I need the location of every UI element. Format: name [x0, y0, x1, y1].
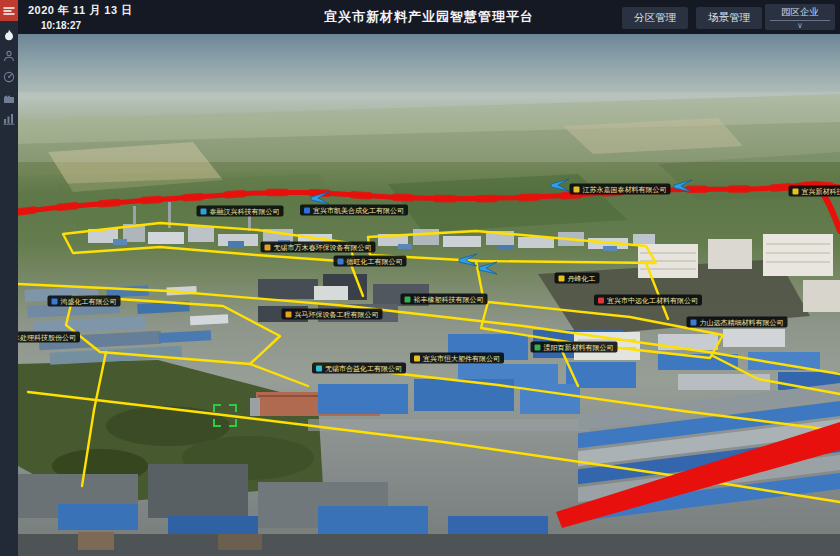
header-buttons: 分区管理 场景管理 — [622, 7, 762, 29]
company-marker-icon — [598, 297, 604, 303]
company-label[interactable]: 泰融汉兴科技有限公司 — [197, 206, 284, 217]
company-label-text: 宜兴市中远化工材料有限公司 — [607, 297, 698, 304]
company-label[interactable]: 宜兴新材科技有限公司 — [789, 186, 840, 197]
company-marker-icon — [265, 244, 271, 250]
company-label-text: 江苏永嘉国泰材料有限公司 — [583, 186, 667, 193]
map-labels: 泰融汉兴科技有限公司宜兴市凯美合成化工有限公司无锡市万木春环保设备有限公司德旺化… — [18, 34, 840, 556]
zone-management-button[interactable]: 分区管理 — [622, 7, 688, 29]
dropdown-label: 园区企业 — [770, 6, 830, 21]
company-label[interactable]: 溧阳百新材料有限公司 — [531, 342, 618, 353]
company-label[interactable]: 无锡市合益化工有限公司 — [312, 363, 406, 374]
scene-management-button[interactable]: 场景管理 — [696, 7, 762, 29]
chevron-down-icon: ∨ — [765, 21, 835, 30]
company-label[interactable]: 力山远杰精细材料有限公司 — [687, 317, 788, 328]
factory-icon[interactable] — [0, 90, 18, 105]
company-label-text: 德旺化工有限公司 — [347, 258, 403, 265]
company-marker-icon — [414, 355, 420, 361]
company-marker-icon — [793, 188, 799, 194]
company-label[interactable]: 宜兴市中远化工材料有限公司 — [594, 295, 702, 306]
company-label[interactable]: 无锡市万木春环保设备有限公司 — [261, 242, 376, 253]
datetime: 2020 年 11 月 13 日 10:18:27 — [28, 3, 133, 31]
top-header: 2020 年 11 月 13 日 10:18:27 宜兴市新材料产业园智慧管理平… — [18, 0, 840, 34]
company-label-text: 无锡市万木春环保设备有限公司 — [274, 244, 372, 251]
page-title: 宜兴市新材料产业园智慧管理平台 — [324, 8, 534, 26]
company-marker-icon — [316, 365, 322, 371]
company-label-text: 宜兴新材科技有限公司 — [802, 188, 840, 195]
company-marker-icon — [574, 186, 580, 192]
company-marker-icon — [286, 311, 292, 317]
company-label-text: 宜兴市凯美合成化工有限公司 — [313, 207, 404, 214]
company-label-text: 力山远杰精细材料有限公司 — [700, 319, 784, 326]
company-label-text: 泰融汉兴科技有限公司 — [210, 208, 280, 215]
company-marker-icon — [405, 296, 411, 302]
current-time: 10:18:27 — [41, 20, 133, 31]
company-label-text: 无锡市合益化工有限公司 — [325, 365, 402, 372]
company-label-text: 裕丰橡塑科技有限公司 — [414, 296, 484, 303]
company-label[interactable]: 鸿盛化工有限公司 — [48, 296, 121, 307]
company-marker-icon — [201, 208, 207, 214]
company-label[interactable]: 汇成国际水处理科技股份公司 — [18, 332, 80, 343]
company-label-text: 汇成国际水处理科技股份公司 — [18, 334, 76, 341]
current-date: 2020 年 11 月 13 日 — [28, 3, 133, 18]
company-marker-icon — [52, 298, 58, 304]
company-label-text: 宜兴市恒大塑件有限公司 — [423, 355, 500, 362]
flame-icon[interactable] — [0, 27, 18, 42]
company-label[interactable]: 江苏永嘉国泰材料有限公司 — [570, 184, 671, 195]
company-marker-icon — [691, 319, 697, 325]
company-marker-icon — [304, 207, 310, 213]
company-label-text: 溧阳百新材料有限公司 — [544, 344, 614, 351]
company-label-text: 兴马环保设备工程有限公司 — [295, 311, 379, 318]
gauge-icon[interactable] — [0, 69, 18, 84]
user-icon[interactable] — [0, 48, 18, 63]
company-label[interactable]: 宜兴市凯美合成化工有限公司 — [300, 205, 408, 216]
smart-park-platform: 2020 年 11 月 13 日 10:18:27 宜兴市新材料产业园智慧管理平… — [0, 0, 840, 556]
company-label-text: 鸿盛化工有限公司 — [61, 298, 117, 305]
map-3d-view[interactable]: 泰融汉兴科技有限公司宜兴市凯美合成化工有限公司无锡市万木春环保设备有限公司德旺化… — [18, 34, 840, 556]
bar-chart-icon[interactable] — [0, 111, 18, 126]
menu-icon[interactable] — [0, 0, 18, 21]
company-label[interactable]: 宜兴市恒大塑件有限公司 — [410, 353, 504, 364]
company-label[interactable]: 兴马环保设备工程有限公司 — [282, 309, 383, 320]
company-label[interactable]: 德旺化工有限公司 — [334, 256, 407, 267]
company-marker-icon — [338, 258, 344, 264]
company-label[interactable]: 裕丰橡塑科技有限公司 — [401, 294, 488, 305]
park-enterprise-dropdown[interactable]: 园区企业 ∨ — [765, 4, 835, 30]
left-sidebar — [0, 0, 18, 556]
company-label-text: 丹峰化工 — [568, 275, 596, 282]
company-marker-icon — [535, 344, 541, 350]
company-label[interactable]: 丹峰化工 — [555, 273, 600, 284]
company-marker-icon — [559, 275, 565, 281]
